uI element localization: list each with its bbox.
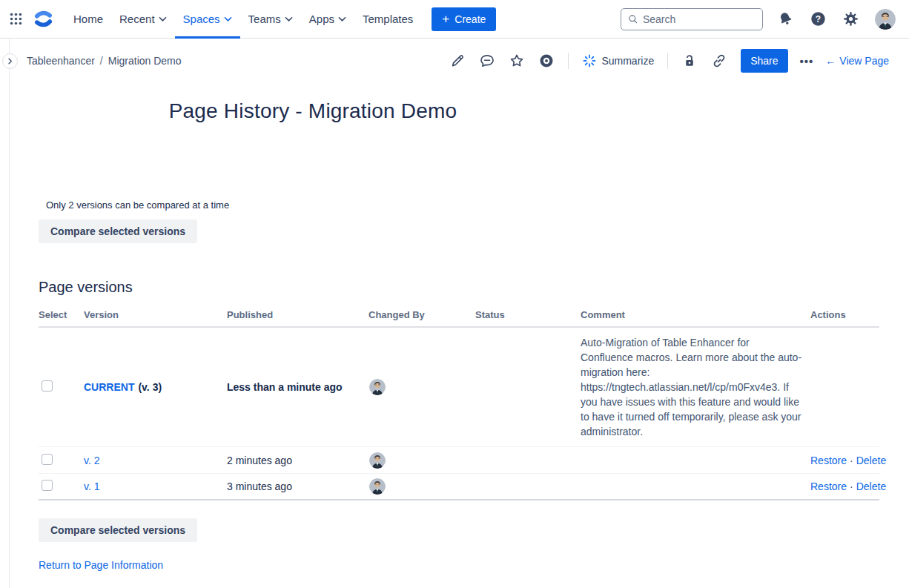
sparkle-icon bbox=[582, 53, 597, 68]
confluence-logo[interactable] bbox=[32, 7, 55, 30]
compare-note: Only 2 versions can be compared at a tim… bbox=[46, 199, 879, 211]
search-icon bbox=[627, 13, 638, 25]
chevron-down-icon bbox=[285, 16, 293, 22]
left-arrow-icon: ← bbox=[825, 55, 836, 67]
watch-button[interactable] bbox=[535, 50, 558, 72]
user-avatar bbox=[875, 9, 896, 30]
plus-icon: + bbox=[442, 13, 449, 25]
changed-by-avatar[interactable] bbox=[369, 452, 386, 469]
published-cell: 2 minutes ago bbox=[227, 455, 368, 466]
nav-label: Home bbox=[73, 13, 103, 25]
comments-button[interactable] bbox=[476, 50, 498, 72]
summarize-label: Summarize bbox=[601, 55, 654, 67]
nav-item-apps[interactable]: Apps bbox=[301, 0, 354, 39]
nav-item-home[interactable]: Home bbox=[65, 0, 111, 39]
return-to-page-information-link[interactable]: Return to Page Information bbox=[39, 559, 163, 571]
settings-button[interactable] bbox=[841, 9, 861, 29]
share-button[interactable]: Share bbox=[741, 49, 787, 73]
view-page-label: View Page bbox=[839, 55, 889, 67]
changed-by-avatar[interactable] bbox=[369, 379, 386, 395]
page-history-content: Only 2 versions can be compared at a tim… bbox=[39, 199, 879, 572]
confluence-logo-icon bbox=[33, 9, 53, 29]
changed-by-avatar[interactable] bbox=[369, 478, 386, 495]
link-icon bbox=[711, 53, 727, 69]
chevron-down-icon bbox=[159, 16, 167, 22]
notifications-button[interactable] bbox=[776, 9, 796, 29]
page-title: Page History - Migration Demo bbox=[39, 99, 587, 123]
chevron-down-icon bbox=[338, 16, 346, 22]
comment-icon bbox=[479, 53, 495, 69]
sidebar-rail-divider bbox=[9, 39, 10, 588]
compare-selected-versions-button-top[interactable]: Compare selected versions bbox=[39, 219, 197, 243]
header-published: Published bbox=[227, 309, 368, 320]
breadcrumb-page-link[interactable]: Migration Demo bbox=[108, 55, 182, 67]
app-switcher-button[interactable] bbox=[7, 10, 24, 27]
summarize-button[interactable]: Summarize bbox=[579, 50, 657, 71]
eye-icon bbox=[538, 53, 555, 69]
versions-table: Select Version Published Changed By Stat… bbox=[39, 305, 879, 501]
more-options-button[interactable]: ••• bbox=[796, 52, 819, 70]
delete-link[interactable]: Delete bbox=[856, 480, 886, 492]
restore-link[interactable]: Restore bbox=[810, 455, 847, 466]
toolbar-divider bbox=[568, 53, 569, 69]
chevron-down-icon bbox=[224, 16, 232, 22]
header-comment: Comment bbox=[581, 309, 810, 320]
expand-sidebar-button[interactable] bbox=[2, 53, 18, 69]
view-page-link[interactable]: ← View Page bbox=[825, 55, 889, 67]
nav-item-teams[interactable]: Teams bbox=[240, 0, 301, 39]
nav-label: Templates bbox=[363, 13, 413, 25]
nav-label: Apps bbox=[309, 13, 334, 25]
restore-link[interactable]: Restore bbox=[810, 480, 847, 492]
header-changed-by: Changed By bbox=[368, 309, 475, 320]
search-input[interactable] bbox=[643, 13, 756, 25]
table-row-v1: v. 1 3 minutes ago Restore·Delete bbox=[39, 474, 879, 501]
published-cell: 3 minutes ago bbox=[227, 480, 368, 492]
gear-icon bbox=[842, 10, 859, 27]
grid-icon bbox=[9, 12, 23, 26]
version-link-current[interactable]: CURRENT bbox=[84, 381, 134, 393]
nav-item-spaces[interactable]: Spaces bbox=[175, 0, 240, 39]
nav-label: Recent bbox=[119, 13, 155, 25]
version-link-v1[interactable]: v. 1 bbox=[84, 480, 100, 492]
question-icon: ? bbox=[810, 10, 827, 27]
version-checkbox[interactable] bbox=[42, 454, 53, 465]
breadcrumb: Tableenhancer / Migration Demo bbox=[27, 55, 182, 67]
comment-cell bbox=[581, 479, 810, 494]
profile-button[interactable] bbox=[873, 7, 897, 31]
breadcrumb-space-link[interactable]: Tableenhancer bbox=[27, 55, 95, 67]
comment-cell bbox=[581, 453, 810, 468]
edit-button[interactable] bbox=[446, 50, 469, 72]
topbar-right-group: ? bbox=[621, 7, 897, 31]
version-checkbox[interactable] bbox=[42, 380, 53, 392]
restrictions-button[interactable] bbox=[678, 50, 701, 72]
help-button[interactable]: ? bbox=[808, 9, 828, 29]
create-button[interactable]: + Create bbox=[432, 7, 496, 31]
header-actions: Actions bbox=[810, 309, 879, 320]
published-cell: Less than a minute ago bbox=[227, 381, 368, 393]
pencil-icon bbox=[449, 53, 466, 69]
actions-separator: · bbox=[850, 480, 853, 492]
header-status: Status bbox=[475, 309, 581, 320]
search-box[interactable] bbox=[621, 8, 763, 30]
toolbar-divider bbox=[667, 53, 668, 69]
breadcrumb-toolbar-row: Tableenhancer / Migration Demo bbox=[0, 39, 909, 83]
comment-cell: Auto-Migration of Table Enhancer for Con… bbox=[581, 328, 810, 446]
delete-link[interactable]: Delete bbox=[856, 455, 886, 466]
nav-item-templates[interactable]: Templates bbox=[354, 0, 421, 39]
nav-item-recent[interactable]: Recent bbox=[111, 0, 175, 39]
breadcrumb-separator: / bbox=[100, 55, 103, 67]
top-navigation-bar: Home Recent Spaces Teams Apps Templates … bbox=[0, 0, 909, 39]
create-label: Create bbox=[454, 13, 486, 25]
copy-link-button[interactable] bbox=[708, 50, 730, 72]
bell-icon bbox=[777, 10, 794, 27]
compare-selected-versions-button-bottom[interactable]: Compare selected versions bbox=[39, 518, 197, 542]
page-tools: Summarize Share ••• ← View Page bbox=[446, 49, 889, 73]
version-checkbox[interactable] bbox=[42, 480, 53, 491]
favourite-button[interactable] bbox=[506, 50, 528, 72]
table-header-row: Select Version Published Changed By Stat… bbox=[39, 305, 879, 328]
header-version: Version bbox=[84, 309, 227, 320]
actions-separator: · bbox=[850, 455, 853, 466]
table-row-v2: v. 2 2 minutes ago Restore·Delete bbox=[39, 447, 879, 474]
actions-cell: Restore·Delete bbox=[810, 480, 879, 492]
version-link-v2[interactable]: v. 2 bbox=[84, 455, 100, 466]
